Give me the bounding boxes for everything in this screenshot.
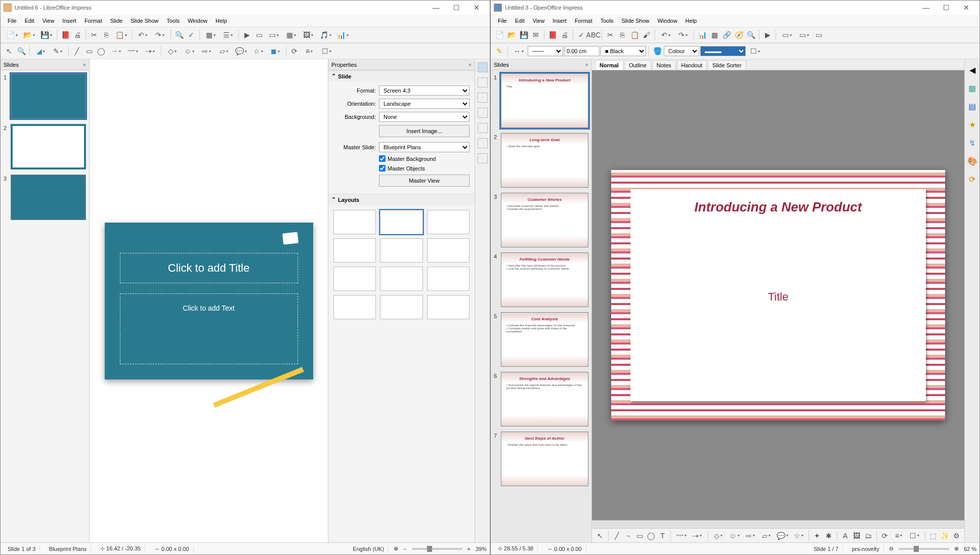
- close-panel-icon[interactable]: ×: [585, 62, 588, 68]
- slide-design-button[interactable]: ▭: [779, 29, 795, 40]
- symbol-shapes-tool[interactable]: ☺: [181, 46, 197, 57]
- tab-notes[interactable]: Notes: [652, 60, 676, 70]
- autospell-button[interactable]: ABC: [588, 29, 599, 40]
- styles-tab-icon[interactable]: [478, 77, 488, 88]
- status-zoom[interactable]: 39%: [476, 546, 487, 552]
- block-arrows-tool[interactable]: ⇨: [198, 46, 215, 57]
- layout-blank[interactable]: [333, 210, 376, 234]
- title-placeholder[interactable]: Click to add Title: [120, 253, 298, 283]
- maximize-button[interactable]: ☐: [936, 2, 956, 14]
- layout-title-content[interactable]: [380, 210, 422, 234]
- orientation-select[interactable]: Landscape: [379, 99, 470, 109]
- editor-area[interactable]: Click to add Title Click to add Text: [90, 59, 328, 542]
- insert-image-button[interactable]: Insert Image...: [379, 125, 470, 137]
- menu-format[interactable]: Format: [571, 16, 596, 25]
- chart-button[interactable]: 📊: [697, 29, 708, 40]
- new-slide-button[interactable]: ▭: [813, 29, 824, 40]
- grid-button[interactable]: ▦: [202, 29, 219, 40]
- line-style-select[interactable]: ───: [528, 46, 563, 56]
- connector-tool[interactable]: ⇢: [142, 46, 158, 57]
- close-properties-icon[interactable]: ×: [468, 62, 472, 68]
- show-taskpane-icon[interactable]: ◀: [967, 64, 978, 75]
- master-tab-icon[interactable]: [478, 153, 488, 163]
- slide-thumb-1[interactable]: [11, 73, 86, 119]
- gallery-button[interactable]: 🗂: [863, 530, 873, 541]
- callout-tool[interactable]: 💬: [775, 530, 790, 541]
- close-button[interactable]: ✕: [956, 2, 976, 14]
- align-button[interactable]: ≡: [891, 530, 906, 541]
- slide-thumb-1[interactable]: Introducing a New Product Title: [501, 73, 588, 128]
- connector-tool[interactable]: ⇢: [690, 530, 705, 541]
- animation-tab-icon[interactable]: [478, 138, 488, 148]
- slide-canvas[interactable]: Introducing a New Product Title: [611, 170, 945, 420]
- menu-help[interactable]: Help: [681, 16, 701, 25]
- arrow-style-button[interactable]: ✎: [494, 46, 505, 57]
- editor-area[interactable]: Introducing a New Product Title: [592, 70, 964, 520]
- status-zoom[interactable]: 62 %: [964, 546, 976, 552]
- menu-slideshow[interactable]: Slide Show: [126, 16, 162, 25]
- spellcheck-button[interactable]: ✓: [186, 29, 197, 40]
- rect-tool[interactable]: ▭: [634, 530, 645, 541]
- redo-button[interactable]: ↷: [675, 29, 691, 40]
- horizontal-scrollbar[interactable]: [592, 520, 964, 528]
- menu-tools[interactable]: Tools: [596, 16, 618, 25]
- new-button[interactable]: 📄: [494, 29, 505, 40]
- basic-shapes-tool[interactable]: ◇: [164, 46, 180, 57]
- arrange-button[interactable]: ☐: [907, 530, 922, 541]
- navigator-button[interactable]: 🧭: [733, 29, 744, 40]
- table-button[interactable]: ▦: [709, 29, 720, 40]
- paste-button[interactable]: 📋: [629, 29, 640, 40]
- copy-button[interactable]: ⎘: [101, 29, 112, 40]
- menu-insert[interactable]: Insert: [58, 16, 80, 25]
- zoom-tool[interactable]: 🔍: [16, 46, 27, 57]
- slide-thumb-2[interactable]: Long-term Goal • State the intended goal: [501, 133, 588, 188]
- redo-button[interactable]: ↷: [152, 29, 168, 40]
- slide-thumb-5[interactable]: Cost Analysis • Indicate the financial a…: [501, 312, 588, 367]
- master-slide-select[interactable]: Blueprint Plans: [379, 142, 470, 152]
- line-color-select[interactable]: ■ Black: [601, 46, 646, 56]
- zoom-in-button[interactable]: +: [467, 546, 471, 552]
- slide-section-header[interactable]: ⌃Slide: [328, 70, 475, 81]
- menu-file[interactable]: File: [494, 16, 511, 25]
- layout-4[interactable]: [333, 238, 376, 263]
- gallery-tab-icon[interactable]: [478, 93, 488, 103]
- fill-style-select[interactable]: Colour: [664, 46, 699, 56]
- line-tool[interactable]: ╱: [612, 530, 622, 541]
- start-slideshow-button[interactable]: ▶: [241, 29, 252, 40]
- navigator-tab-icon[interactable]: [478, 108, 488, 118]
- minimize-button[interactable]: —: [916, 2, 936, 14]
- table-design-icon[interactable]: ★: [967, 119, 978, 130]
- fit-page-icon[interactable]: ⊕: [394, 545, 398, 552]
- format-select[interactable]: Screen 4:3: [379, 86, 470, 96]
- menu-help[interactable]: Help: [211, 16, 231, 25]
- minimize-button[interactable]: —: [426, 2, 446, 14]
- tab-normal[interactable]: Normal: [595, 60, 623, 70]
- flowchart-tool[interactable]: ▱: [759, 530, 774, 541]
- select-tool[interactable]: ↖: [4, 46, 15, 57]
- line-width-input[interactable]: [564, 46, 600, 56]
- menu-view[interactable]: View: [529, 16, 549, 25]
- undo-button[interactable]: ↶: [135, 29, 151, 40]
- menu-tools[interactable]: Tools: [162, 16, 184, 25]
- menu-edit[interactable]: Edit: [21, 16, 38, 25]
- media-button[interactable]: 🎵: [317, 29, 333, 40]
- zoom-in-button[interactable]: ⊕: [954, 545, 959, 552]
- symbol-shapes-tool[interactable]: ☺: [727, 530, 742, 541]
- chart-button[interactable]: 📊: [334, 29, 351, 40]
- format-paint-button[interactable]: 🖌: [641, 29, 652, 40]
- slide-thumb-7[interactable]: Next Steps of Action • Explain the steps…: [501, 432, 588, 486]
- close-button[interactable]: ✕: [466, 2, 487, 14]
- master-bg-checkbox[interactable]: [379, 155, 386, 162]
- save-button[interactable]: 💾: [38, 29, 54, 40]
- menu-slideshow[interactable]: Slide Show: [617, 16, 653, 25]
- rotate-button[interactable]: ⟳: [289, 46, 300, 57]
- menu-edit[interactable]: Edit: [511, 16, 529, 25]
- menu-format[interactable]: Format: [80, 16, 106, 25]
- slide-canvas[interactable]: Click to add Title Click to add Text: [105, 223, 313, 379]
- open-button[interactable]: 📂: [21, 29, 37, 40]
- layout-3[interactable]: [427, 210, 470, 234]
- slide-title[interactable]: Introducing a New Product: [641, 199, 916, 215]
- find-button[interactable]: 🔍: [174, 29, 185, 40]
- ellipse-tool[interactable]: ◯: [646, 530, 656, 541]
- arrow-tool[interactable]: →: [623, 530, 633, 541]
